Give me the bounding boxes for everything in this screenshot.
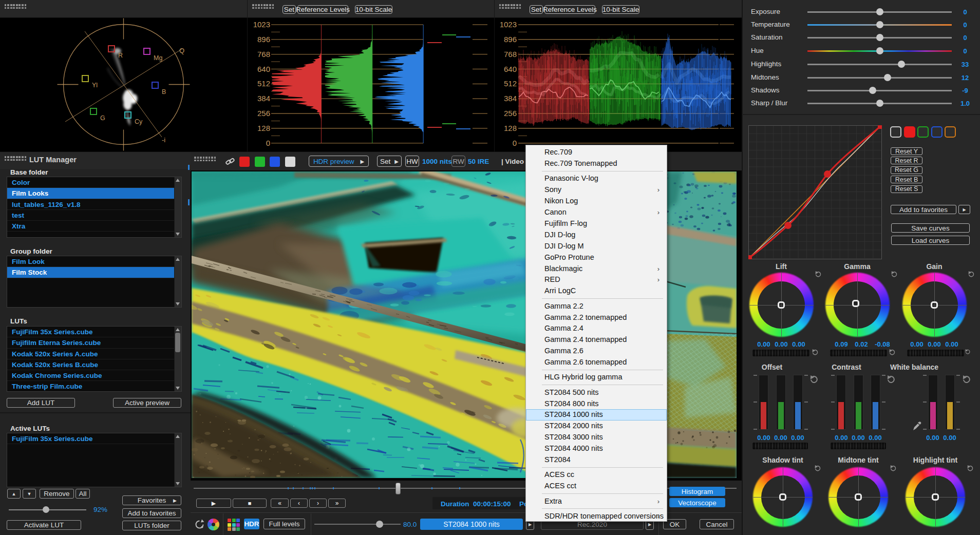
svg-text:512: 512	[257, 79, 270, 88]
svg-text:-i: -i	[162, 136, 165, 144]
svg-text:384: 384	[257, 94, 270, 103]
svg-text:1023: 1023	[253, 20, 270, 29]
svg-text:256: 256	[504, 109, 517, 118]
svg-text:768: 768	[504, 50, 517, 59]
svg-text:0: 0	[266, 139, 270, 147]
svg-text:Mg: Mg	[154, 54, 162, 62]
svg-text:640: 640	[257, 65, 270, 73]
svg-text:B: B	[162, 88, 166, 95]
svg-text:Q: Q	[179, 47, 184, 54]
svg-text:896: 896	[257, 35, 270, 44]
svg-text:128: 128	[504, 124, 517, 132]
svg-text:R: R	[118, 52, 123, 59]
svg-text:Cy: Cy	[135, 118, 143, 125]
svg-text:128: 128	[257, 124, 270, 132]
svg-text:Yl: Yl	[92, 82, 98, 89]
svg-text:896: 896	[504, 35, 517, 44]
svg-text:G: G	[100, 114, 105, 122]
svg-text:768: 768	[257, 50, 270, 59]
svg-text:512: 512	[504, 79, 517, 88]
svg-text:0: 0	[513, 139, 517, 147]
svg-text:640: 640	[504, 65, 517, 73]
svg-text:256: 256	[257, 109, 270, 118]
svg-text:1023: 1023	[500, 20, 517, 29]
svg-text:384: 384	[504, 94, 517, 103]
